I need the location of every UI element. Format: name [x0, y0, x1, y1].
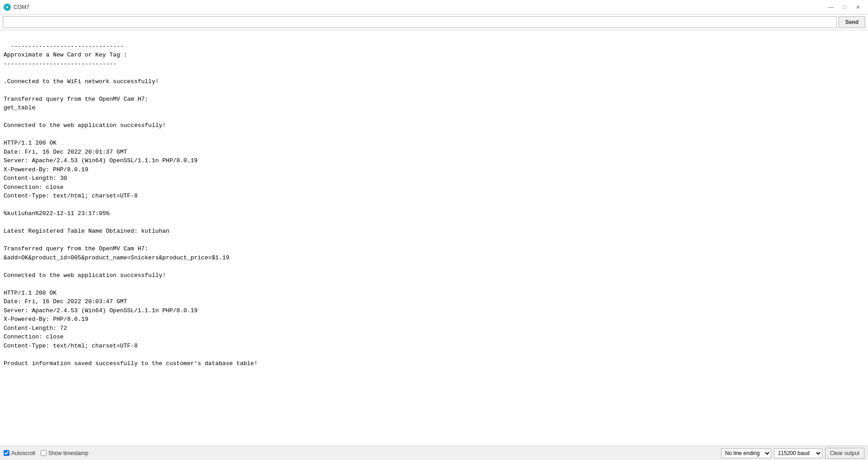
status-left: Autoscroll Show timestamp	[4, 450, 88, 456]
title-bar-controls: — □ ✕	[825, 2, 864, 12]
svg-point-1	[6, 6, 8, 8]
app-icon	[4, 4, 11, 11]
input-bar: Send	[0, 14, 868, 30]
clear-output-button[interactable]: Clear output	[825, 448, 864, 459]
output-area: -------------------------------- Approxi…	[0, 30, 868, 446]
send-button[interactable]: Send	[839, 16, 865, 28]
close-button[interactable]: ✕	[852, 2, 864, 12]
window-title: COM7	[14, 4, 29, 10]
line-ending-select[interactable]: No line ending Newline Carriage return B…	[721, 448, 771, 458]
show-timestamp-text: Show timestamp	[48, 450, 89, 456]
status-right: No line ending Newline Carriage return B…	[721, 448, 864, 459]
title-bar-left: COM7	[4, 4, 29, 11]
autoscroll-checkbox[interactable]	[4, 450, 9, 456]
serial-input[interactable]	[3, 16, 837, 28]
show-timestamp-checkbox[interactable]	[41, 450, 47, 456]
title-bar: COM7 — □ ✕	[0, 0, 868, 14]
show-timestamp-label[interactable]: Show timestamp	[41, 450, 89, 456]
output-text: -------------------------------- Approxi…	[4, 43, 258, 367]
autoscroll-text: Autoscroll	[11, 450, 35, 456]
minimize-button[interactable]: —	[825, 2, 837, 12]
status-bar: Autoscroll Show timestamp No line ending…	[0, 446, 868, 460]
maximize-button[interactable]: □	[838, 2, 851, 12]
autoscroll-label[interactable]: Autoscroll	[4, 450, 35, 456]
baud-rate-select[interactable]: 300 baud 1200 baud 2400 baud 4800 baud 9…	[774, 448, 822, 458]
